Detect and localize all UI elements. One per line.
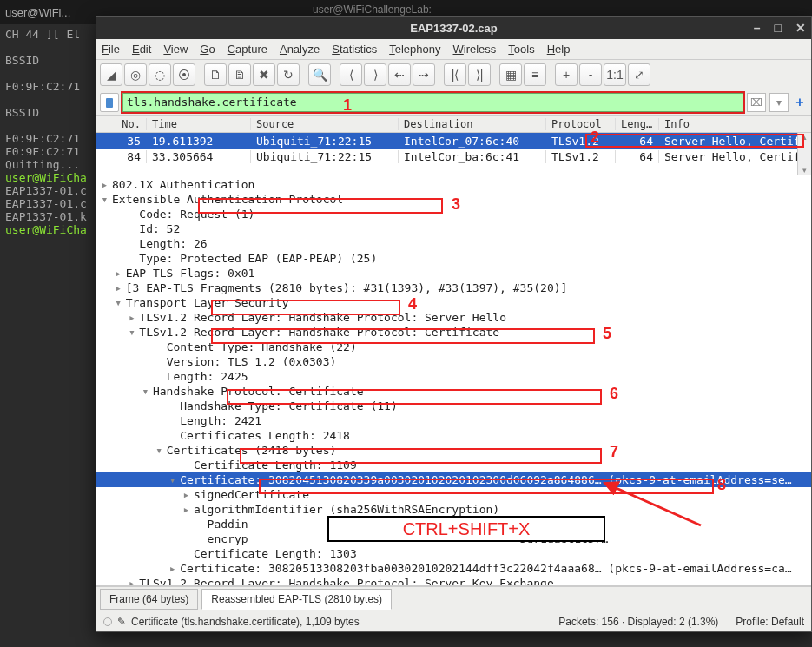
tab-reassembled[interactable]: Reassembled EAP-TLS (2810 bytes) <box>201 589 392 610</box>
status-field: Certificate (tls.handshake.certificate),… <box>131 616 360 628</box>
svg-rect-0 <box>106 98 113 108</box>
titlebar[interactable]: EAP1337-02.cap – □ ✕ <box>96 17 811 39</box>
bytes-tabs: Frame (64 bytes) Reassembled EAP-TLS (28… <box>96 586 811 611</box>
annotation-2: 2 <box>591 129 599 147</box>
toolbar-button-17[interactable]: + <box>555 63 578 86</box>
terminal-tab[interactable]: user@WiFi... <box>5 6 70 19</box>
tree-node[interactable]: Type: Protected EAP (EAP-PEAP) (25) <box>96 251 811 266</box>
display-filter-input[interactable] <box>122 93 743 112</box>
tree-node[interactable]: ▸TLSv1.2 Record Layer: Handshake Protoco… <box>96 310 811 325</box>
menu-edit[interactable]: Edit <box>132 43 151 56</box>
display-filter-bar: ⌧ ▾ + <box>96 89 811 116</box>
packet-list-header[interactable]: No. Time Source Destination Protocol Len… <box>96 116 811 133</box>
toolbar-button-8[interactable]: 🔍 <box>308 63 331 86</box>
status-packets: Packets: 156 · Displayed: 2 (1.3%) <box>558 616 718 628</box>
toolbar-button-2[interactable]: ◌ <box>149 63 171 86</box>
toolbar-button-3[interactable]: ⦿ <box>173 63 195 86</box>
filter-clear-icon[interactable]: ⌧ <box>747 93 766 112</box>
toolbar-button-4[interactable]: 🗋 <box>204 63 227 86</box>
edit-icon[interactable]: ✎ <box>117 616 126 628</box>
annotation-7: 7 <box>610 443 618 461</box>
window-close-icon[interactable]: ✕ <box>795 21 806 35</box>
toolbar-button-10[interactable]: ⟩ <box>364 63 386 86</box>
status-bar: ✎ Certificate (tls.handshake.certificate… <box>96 611 811 631</box>
annotation-shortcut-box: CTRL+SHIFT+X <box>327 516 605 542</box>
toolbar-button-18[interactable]: - <box>579 63 602 86</box>
annotation-5: 5 <box>603 325 611 343</box>
status-profile[interactable]: Profile: Default <box>736 616 804 628</box>
toolbar-button-0[interactable]: ◢ <box>100 63 122 86</box>
col-source[interactable]: Source <box>251 118 399 130</box>
annotation-3: 3 <box>452 195 460 214</box>
annotation-box-8 <box>259 479 714 494</box>
menu-go[interactable]: Go <box>200 43 215 56</box>
annotation-box-7 <box>240 448 602 464</box>
window-title: EAP1337-02.cap <box>410 22 497 35</box>
tree-node[interactable]: Id: 52 <box>96 221 811 236</box>
background-window-title: user@WiFiChallengeLab: <box>313 3 432 16</box>
menu-capture[interactable]: Capture <box>228 43 267 56</box>
annotation-box-5 <box>211 328 595 344</box>
filter-bookmark-icon[interactable] <box>100 93 119 112</box>
annotation-8: 8 <box>717 476 726 494</box>
tree-node[interactable]: Certificates Length: 2418 <box>96 428 811 443</box>
main-toolbar: ◢◎◌⦿🗋🗎✖↻🔍⟨⟩⇠⇢|⟨⟩|▦≡+-1:1⤢ <box>96 60 811 89</box>
tree-node[interactable]: Length: 2421 <box>96 413 811 428</box>
tree-node[interactable]: ▾Transport Layer Security <box>96 295 811 310</box>
menu-telephony[interactable]: Telephony <box>389 43 440 56</box>
tree-node[interactable]: ▸Certificate: 30820513308203fba003020102… <box>96 561 811 576</box>
window-maximize-icon[interactable]: □ <box>775 21 782 35</box>
annotation-box-2 <box>585 134 804 148</box>
packet-row[interactable]: 8433.305664Ubiquiti_71:22:15IntelCor_ba:… <box>96 149 811 164</box>
col-info[interactable]: Info <box>659 118 811 130</box>
col-protocol[interactable]: Protocol <box>546 118 616 130</box>
menu-help[interactable]: Help <box>547 43 571 56</box>
col-destination[interactable]: Destination <box>399 118 546 130</box>
annotation-1: 1 <box>343 96 352 115</box>
toolbar-button-20[interactable]: ⤢ <box>628 63 650 86</box>
tree-node[interactable]: Certificate Length: 1303 <box>96 546 811 561</box>
menu-file[interactable]: File <box>102 43 120 56</box>
tree-node[interactable]: ▸EAP-TLS Flags: 0x01 <box>96 266 811 281</box>
menu-bar: FileEditViewGoCaptureAnalyzeStatisticsTe… <box>96 39 811 60</box>
menu-statistics[interactable]: Statistics <box>332 43 377 56</box>
toolbar-button-19[interactable]: 1:1 <box>604 63 626 86</box>
tree-node[interactable]: ▸802.1X Authentication <box>96 177 811 192</box>
tree-node[interactable]: Length: 26 <box>96 236 811 251</box>
toolbar-button-1[interactable]: ◎ <box>124 63 147 86</box>
annotation-box-4 <box>211 300 400 315</box>
annotation-box-6 <box>227 389 602 405</box>
tree-node[interactable]: ▸algorithmIdentifier (sha256WithRSAEncry… <box>96 502 811 517</box>
col-no[interactable]: No. <box>96 118 147 130</box>
menu-tools[interactable]: Tools <box>508 43 534 56</box>
annotation-6: 6 <box>610 385 618 403</box>
col-length[interactable]: Length <box>616 118 659 130</box>
filter-dropdown-icon[interactable]: ▾ <box>769 93 789 112</box>
toolbar-button-12[interactable]: ⇢ <box>413 63 435 86</box>
toolbar-button-9[interactable]: ⟨ <box>340 63 362 86</box>
toolbar-button-13[interactable]: |⟨ <box>444 63 466 86</box>
toolbar-button-14[interactable]: ⟩| <box>468 63 491 86</box>
toolbar-button-16[interactable]: ≡ <box>524 63 546 86</box>
expert-info-icon[interactable] <box>103 617 112 626</box>
filter-add-icon[interactable]: + <box>792 93 808 112</box>
tree-node[interactable]: ▸TLSv1.2 Record Layer: Handshake Protoco… <box>96 576 811 586</box>
toolbar-button-6[interactable]: ✖ <box>253 63 275 86</box>
window-minimize-icon[interactable]: – <box>754 21 761 35</box>
toolbar-button-15[interactable]: ▦ <box>499 63 522 86</box>
toolbar-button-5[interactable]: 🗎 <box>228 63 251 86</box>
toolbar-button-7[interactable]: ↻ <box>277 63 300 86</box>
menu-analyze[interactable]: Analyze <box>280 43 320 56</box>
toolbar-button-11[interactable]: ⇠ <box>388 63 411 86</box>
tree-node[interactable]: ▸[3 EAP-TLS Fragments (2810 bytes): #31(… <box>96 281 811 295</box>
tree-node[interactable]: Version: TLS 1.2 (0x0303) <box>96 354 811 369</box>
menu-view[interactable]: View <box>163 43 188 56</box>
annotation-4: 4 <box>408 295 417 314</box>
tab-frame[interactable]: Frame (64 bytes) <box>100 589 198 610</box>
menu-wireless[interactable]: Wireless <box>453 43 497 56</box>
col-time[interactable]: Time <box>147 118 251 130</box>
tree-node[interactable]: Length: 2425 <box>96 369 811 384</box>
annotation-box-3 <box>198 198 443 214</box>
